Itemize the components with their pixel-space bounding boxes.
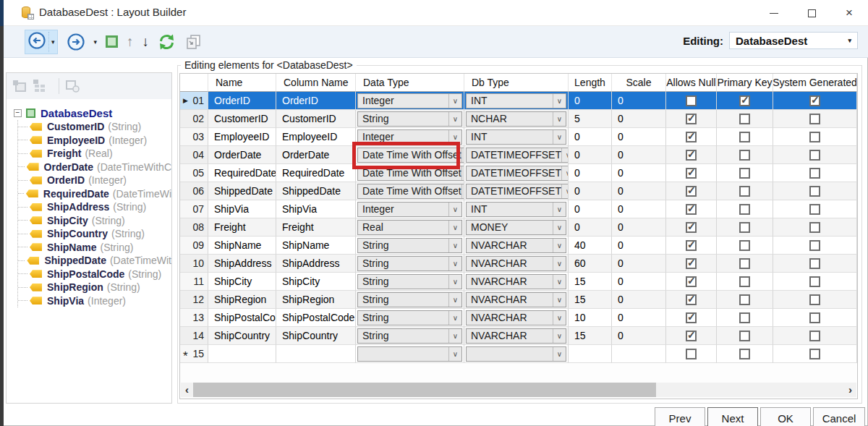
cell-column-name[interactable]: CustomerID <box>276 110 356 128</box>
move-down-button[interactable]: ↓ <box>142 34 150 50</box>
db-type-dropdown[interactable]: DATETIMEOFFSET∨ <box>466 148 569 163</box>
cell-scale[interactable]: 0 <box>612 237 666 255</box>
allows-null-checkbox[interactable] <box>686 132 697 142</box>
row-header-14[interactable]: 14 <box>180 327 208 345</box>
allows-null-checkbox[interactable] <box>686 258 697 269</box>
cell-name[interactable]: ShipName <box>208 237 276 255</box>
tree-item-requireddate[interactable]: RequiredDate(DateTimeWi <box>18 187 171 201</box>
primary-key-cell[interactable] <box>717 255 773 273</box>
system-generated-checkbox[interactable] <box>809 114 820 124</box>
db-type-dropdown[interactable]: DATETIMEOFFSET∨ <box>464 146 569 164</box>
column-header-length[interactable]: Length <box>569 74 612 92</box>
system-generated-cell[interactable] <box>773 218 857 237</box>
tree-item-shipcity[interactable]: ShipCity(String) <box>18 214 171 228</box>
db-type-dropdown[interactable]: ∨ <box>466 346 566 362</box>
grid-row-11[interactable]: 11ShipCityShipCityString∨NVARCHAR∨150 <box>180 273 857 291</box>
tree-item-shipaddress[interactable]: ShipAddress(String) <box>18 200 171 214</box>
primary-key-cell[interactable] <box>717 164 773 182</box>
scroll-right-button[interactable]: › <box>844 383 856 397</box>
db-type-dropdown[interactable]: NVARCHAR∨ <box>464 255 569 273</box>
primary-key-cell[interactable] <box>717 128 773 146</box>
grid-row-10[interactable]: 10ShipAddressShipAddressString∨NVARCHAR∨… <box>180 255 857 273</box>
system-generated-cell[interactable] <box>773 200 857 218</box>
allows-null-checkbox[interactable] <box>686 114 697 124</box>
chevron-down-icon[interactable]: ∨ <box>561 166 569 180</box>
cell-name[interactable]: OrderDate <box>208 146 276 164</box>
db-type-dropdown[interactable]: DATETIMEOFFSET∨ <box>464 182 569 200</box>
chevron-down-icon[interactable]: ∨ <box>553 329 566 343</box>
db-type-dropdown[interactable]: NVARCHAR∨ <box>464 237 569 255</box>
cell-length[interactable]: 15 <box>569 327 612 345</box>
system-generated-cell[interactable] <box>773 237 857 255</box>
allows-null-cell[interactable] <box>666 218 717 237</box>
system-generated-checkbox[interactable] <box>809 349 820 359</box>
db-type-dropdown[interactable]: NVARCHAR∨ <box>464 309 569 327</box>
tree-item-shippeddate[interactable]: ShippedDate(DateTimeWit <box>18 254 171 268</box>
cell-length[interactable]: 0 <box>569 200 612 218</box>
primary-key-checkbox[interactable] <box>739 186 750 197</box>
cell-length[interactable]: 5 <box>569 110 612 128</box>
data-type-dropdown[interactable]: String∨ <box>356 255 464 273</box>
primary-key-checkbox[interactable] <box>739 132 750 142</box>
primary-key-cell[interactable] <box>717 291 773 309</box>
move-up-button[interactable]: ↑ <box>127 34 134 50</box>
data-type-dropdown[interactable]: Integer∨ <box>357 202 462 217</box>
column-header-allows-null[interactable]: Allows Null <box>666 74 717 92</box>
db-type-dropdown[interactable]: NVARCHAR∨ <box>466 238 566 253</box>
cell-scale[interactable]: 0 <box>612 146 666 164</box>
allows-null-cell[interactable] <box>666 164 717 182</box>
chevron-down-icon[interactable]: ∨ <box>553 275 566 289</box>
chevron-down-icon[interactable]: ∨ <box>553 239 566 252</box>
system-generated-cell[interactable] <box>773 92 857 110</box>
chevron-down-icon[interactable]: ∨ <box>553 203 566 216</box>
system-generated-cell[interactable] <box>773 255 857 273</box>
db-type-dropdown[interactable]: NVARCHAR∨ <box>466 310 566 325</box>
row-header-15[interactable]: *15 <box>180 345 208 363</box>
allows-null-cell[interactable] <box>666 237 717 255</box>
allows-null-cell[interactable] <box>666 327 717 345</box>
tree-item-shippostalcode[interactable]: ShipPostalCode(String) <box>18 268 171 281</box>
cell-name[interactable]: ShippedDate <box>208 182 276 200</box>
allows-null-cell[interactable] <box>666 291 717 309</box>
forward-button[interactable] <box>67 33 85 51</box>
cell-column-name[interactable]: ShippedDate <box>276 182 356 200</box>
cell-scale[interactable]: 0 <box>612 291 666 309</box>
tree-item-shipcountry[interactable]: ShipCountry(String) <box>18 227 171 241</box>
column-header-name[interactable]: Name <box>208 74 276 92</box>
allows-null-cell[interactable] <box>666 110 717 128</box>
primary-key-checkbox[interactable] <box>739 240 750 251</box>
cell-scale[interactable] <box>612 345 666 363</box>
primary-key-checkbox[interactable] <box>739 150 750 161</box>
tree-item-employeeid[interactable]: EmployeeID(Integer) <box>18 134 171 148</box>
chevron-down-icon[interactable]: ∨ <box>448 221 461 234</box>
cell-scale[interactable]: 0 <box>612 182 666 200</box>
allows-null-checkbox[interactable] <box>686 222 697 233</box>
ok-button[interactable]: OK <box>760 407 811 426</box>
allows-null-cell[interactable] <box>666 255 717 273</box>
cell-name[interactable]: ShipRegion <box>208 291 276 309</box>
chevron-down-icon[interactable]: ∨ <box>553 130 566 144</box>
db-type-dropdown[interactable]: DATETIMEOFFSET∨ <box>464 164 569 182</box>
allows-null-cell[interactable] <box>666 200 717 218</box>
grid-row-05[interactable]: 05RequiredDateRequiredDateDate Time With… <box>180 164 857 182</box>
system-generated-cell[interactable] <box>773 273 857 291</box>
db-type-dropdown[interactable]: NVARCHAR∨ <box>464 273 569 291</box>
next-button[interactable]: Next <box>707 407 758 426</box>
tree-item-customerid[interactable]: CustomerID(String) <box>18 120 171 134</box>
prev-button[interactable]: Prev <box>655 407 705 426</box>
db-type-dropdown[interactable]: ∨ <box>464 345 569 363</box>
data-type-dropdown[interactable]: String∨ <box>357 238 462 253</box>
allows-null-cell[interactable] <box>666 273 717 291</box>
data-type-dropdown[interactable]: Real∨ <box>356 218 464 237</box>
chevron-down-icon[interactable]: ∨ <box>448 311 461 325</box>
primary-key-cell[interactable] <box>717 92 773 110</box>
tree-item-shipregion[interactable]: ShipRegion(String) <box>18 281 171 294</box>
primary-key-checkbox[interactable] <box>739 114 750 124</box>
cell-length[interactable]: 0 <box>569 128 612 146</box>
column-header-system-generated[interactable]: System Generated <box>773 74 857 92</box>
maximize-button[interactable] <box>793 0 830 26</box>
primary-key-cell[interactable] <box>717 218 773 237</box>
grid-row-09[interactable]: 09ShipNameShipNameString∨NVARCHAR∨400 <box>180 237 857 255</box>
system-generated-checkbox[interactable] <box>809 186 820 197</box>
chevron-down-icon[interactable]: ∨ <box>448 275 461 289</box>
